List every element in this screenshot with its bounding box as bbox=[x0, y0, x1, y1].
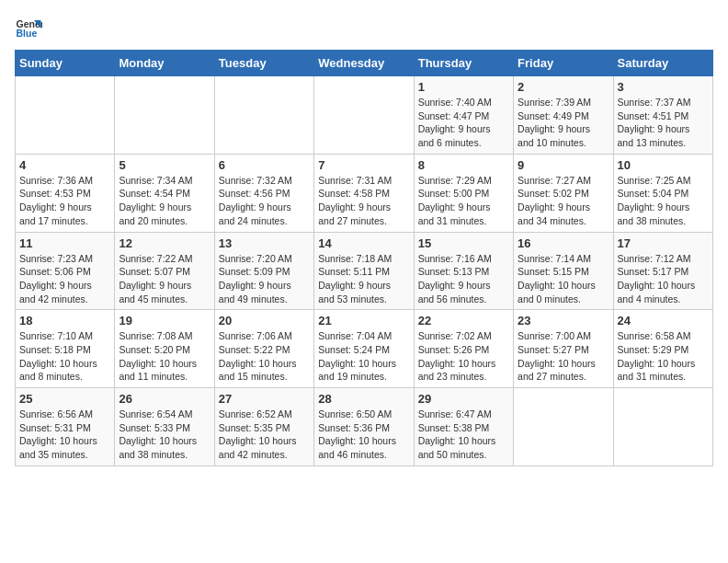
calendar-cell: 28Sunrise: 6:50 AM Sunset: 5:36 PM Dayli… bbox=[314, 388, 414, 466]
day-number: 21 bbox=[318, 314, 409, 327]
day-info: Sunrise: 6:58 AM Sunset: 5:29 PM Dayligh… bbox=[618, 329, 709, 384]
day-info: Sunrise: 7:00 AM Sunset: 5:27 PM Dayligh… bbox=[518, 329, 609, 384]
day-header-wednesday: Wednesday bbox=[314, 51, 414, 76]
day-info: Sunrise: 7:37 AM Sunset: 4:51 PM Dayligh… bbox=[618, 96, 709, 150]
calendar-cell: 25Sunrise: 6:56 AM Sunset: 5:31 PM Dayli… bbox=[16, 388, 115, 466]
calendar-cell: 20Sunrise: 7:06 AM Sunset: 5:22 PM Dayli… bbox=[214, 310, 313, 388]
calendar-cell: 24Sunrise: 6:58 AM Sunset: 5:29 PM Dayli… bbox=[613, 310, 712, 388]
calendar-cell bbox=[314, 76, 414, 155]
calendar-cell: 15Sunrise: 7:16 AM Sunset: 5:13 PM Dayli… bbox=[414, 232, 513, 310]
calendar-cell: 14Sunrise: 7:18 AM Sunset: 5:11 PM Dayli… bbox=[314, 232, 414, 310]
day-info: Sunrise: 7:39 AM Sunset: 4:49 PM Dayligh… bbox=[518, 96, 609, 150]
calendar-cell: 8Sunrise: 7:29 AM Sunset: 5:00 PM Daylig… bbox=[414, 154, 513, 232]
calendar-cell: 6Sunrise: 7:32 AM Sunset: 4:56 PM Daylig… bbox=[214, 154, 313, 232]
week-row-2: 4Sunrise: 7:36 AM Sunset: 4:53 PM Daylig… bbox=[16, 154, 713, 232]
day-number: 18 bbox=[19, 314, 110, 327]
day-number: 16 bbox=[518, 236, 609, 250]
calendar-cell: 10Sunrise: 7:25 AM Sunset: 5:04 PM Dayli… bbox=[613, 154, 712, 232]
day-info: Sunrise: 6:56 AM Sunset: 5:31 PM Dayligh… bbox=[19, 408, 110, 462]
day-number: 22 bbox=[418, 314, 509, 327]
calendar-cell bbox=[115, 76, 214, 155]
day-info: Sunrise: 7:10 AM Sunset: 5:18 PM Dayligh… bbox=[19, 329, 110, 384]
svg-text:Blue: Blue bbox=[17, 28, 38, 39]
day-header-tuesday: Tuesday bbox=[214, 51, 313, 76]
calendar-cell: 1Sunrise: 7:40 AM Sunset: 4:47 PM Daylig… bbox=[414, 76, 513, 155]
calendar-cell bbox=[514, 388, 613, 466]
calendar-cell: 13Sunrise: 7:20 AM Sunset: 5:09 PM Dayli… bbox=[214, 232, 313, 310]
day-number: 28 bbox=[318, 392, 409, 406]
day-info: Sunrise: 7:29 AM Sunset: 5:00 PM Dayligh… bbox=[418, 174, 509, 228]
calendar-cell: 26Sunrise: 6:54 AM Sunset: 5:33 PM Dayli… bbox=[115, 388, 214, 466]
day-number: 25 bbox=[19, 392, 110, 406]
day-number: 24 bbox=[618, 314, 709, 327]
day-number: 19 bbox=[119, 314, 210, 327]
day-number: 5 bbox=[119, 158, 210, 172]
logo: General Blue bbox=[15, 15, 42, 42]
header-row: SundayMondayTuesdayWednesdayThursdayFrid… bbox=[16, 51, 713, 76]
calendar-cell: 22Sunrise: 7:02 AM Sunset: 5:26 PM Dayli… bbox=[414, 310, 513, 388]
calendar-cell: 4Sunrise: 7:36 AM Sunset: 4:53 PM Daylig… bbox=[16, 154, 115, 232]
day-number: 29 bbox=[418, 392, 509, 406]
day-number: 20 bbox=[219, 314, 310, 327]
logo-icon: General Blue bbox=[15, 15, 42, 42]
calendar-cell: 27Sunrise: 6:52 AM Sunset: 5:35 PM Dayli… bbox=[214, 388, 313, 466]
day-number: 27 bbox=[219, 392, 310, 406]
day-info: Sunrise: 7:25 AM Sunset: 5:04 PM Dayligh… bbox=[618, 174, 709, 228]
day-number: 6 bbox=[219, 158, 310, 172]
day-header-sunday: Sunday bbox=[16, 51, 115, 76]
day-info: Sunrise: 6:54 AM Sunset: 5:33 PM Dayligh… bbox=[119, 408, 210, 462]
calendar-cell: 29Sunrise: 6:47 AM Sunset: 5:38 PM Dayli… bbox=[414, 388, 513, 466]
day-info: Sunrise: 7:16 AM Sunset: 5:13 PM Dayligh… bbox=[418, 252, 509, 306]
day-info: Sunrise: 6:47 AM Sunset: 5:38 PM Dayligh… bbox=[418, 408, 509, 462]
day-number: 9 bbox=[518, 158, 609, 172]
day-number: 17 bbox=[618, 236, 709, 250]
calendar-cell: 12Sunrise: 7:22 AM Sunset: 5:07 PM Dayli… bbox=[115, 232, 214, 310]
day-number: 15 bbox=[418, 236, 509, 250]
day-info: Sunrise: 7:18 AM Sunset: 5:11 PM Dayligh… bbox=[318, 252, 409, 306]
day-info: Sunrise: 7:32 AM Sunset: 4:56 PM Dayligh… bbox=[219, 174, 310, 228]
day-number: 1 bbox=[418, 80, 509, 94]
day-info: Sunrise: 7:08 AM Sunset: 5:20 PM Dayligh… bbox=[119, 329, 210, 384]
week-row-4: 18Sunrise: 7:10 AM Sunset: 5:18 PM Dayli… bbox=[16, 310, 713, 388]
day-number: 10 bbox=[618, 158, 709, 172]
calendar-cell: 21Sunrise: 7:04 AM Sunset: 5:24 PM Dayli… bbox=[314, 310, 414, 388]
day-header-saturday: Saturday bbox=[613, 51, 712, 76]
day-info: Sunrise: 7:20 AM Sunset: 5:09 PM Dayligh… bbox=[219, 252, 310, 306]
day-info: Sunrise: 7:04 AM Sunset: 5:24 PM Dayligh… bbox=[318, 329, 409, 384]
day-number: 12 bbox=[119, 236, 210, 250]
day-info: Sunrise: 7:22 AM Sunset: 5:07 PM Dayligh… bbox=[119, 252, 210, 306]
calendar-cell: 18Sunrise: 7:10 AM Sunset: 5:18 PM Dayli… bbox=[16, 310, 115, 388]
calendar-table: SundayMondayTuesdayWednesdayThursdayFrid… bbox=[15, 50, 713, 466]
calendar-cell bbox=[613, 388, 712, 466]
day-info: Sunrise: 7:40 AM Sunset: 4:47 PM Dayligh… bbox=[418, 96, 509, 150]
day-info: Sunrise: 7:06 AM Sunset: 5:22 PM Dayligh… bbox=[219, 329, 310, 384]
calendar-cell: 7Sunrise: 7:31 AM Sunset: 4:58 PM Daylig… bbox=[314, 154, 414, 232]
day-info: Sunrise: 7:31 AM Sunset: 4:58 PM Dayligh… bbox=[318, 174, 409, 228]
page-header: General Blue bbox=[15, 15, 713, 42]
day-number: 14 bbox=[318, 236, 409, 250]
day-info: Sunrise: 6:52 AM Sunset: 5:35 PM Dayligh… bbox=[219, 408, 310, 462]
day-info: Sunrise: 7:34 AM Sunset: 4:54 PM Dayligh… bbox=[119, 174, 210, 228]
day-number: 13 bbox=[219, 236, 310, 250]
day-info: Sunrise: 7:14 AM Sunset: 5:15 PM Dayligh… bbox=[518, 252, 609, 306]
calendar-cell: 9Sunrise: 7:27 AM Sunset: 5:02 PM Daylig… bbox=[514, 154, 613, 232]
day-number: 3 bbox=[618, 80, 709, 94]
calendar-cell: 11Sunrise: 7:23 AM Sunset: 5:06 PM Dayli… bbox=[16, 232, 115, 310]
day-header-thursday: Thursday bbox=[414, 51, 513, 76]
day-info: Sunrise: 7:36 AM Sunset: 4:53 PM Dayligh… bbox=[19, 174, 110, 228]
calendar-cell: 23Sunrise: 7:00 AM Sunset: 5:27 PM Dayli… bbox=[514, 310, 613, 388]
calendar-cell bbox=[16, 76, 115, 155]
day-number: 26 bbox=[119, 392, 210, 406]
day-info: Sunrise: 7:02 AM Sunset: 5:26 PM Dayligh… bbox=[418, 329, 509, 384]
calendar-cell: 5Sunrise: 7:34 AM Sunset: 4:54 PM Daylig… bbox=[115, 154, 214, 232]
day-number: 8 bbox=[418, 158, 509, 172]
day-number: 4 bbox=[19, 158, 110, 172]
day-number: 11 bbox=[19, 236, 110, 250]
calendar-cell bbox=[214, 76, 313, 155]
calendar-cell: 17Sunrise: 7:12 AM Sunset: 5:17 PM Dayli… bbox=[613, 232, 712, 310]
day-number: 7 bbox=[318, 158, 409, 172]
week-row-5: 25Sunrise: 6:56 AM Sunset: 5:31 PM Dayli… bbox=[16, 388, 713, 466]
week-row-1: 1Sunrise: 7:40 AM Sunset: 4:47 PM Daylig… bbox=[16, 76, 713, 155]
calendar-cell: 16Sunrise: 7:14 AM Sunset: 5:15 PM Dayli… bbox=[514, 232, 613, 310]
day-number: 2 bbox=[518, 80, 609, 94]
